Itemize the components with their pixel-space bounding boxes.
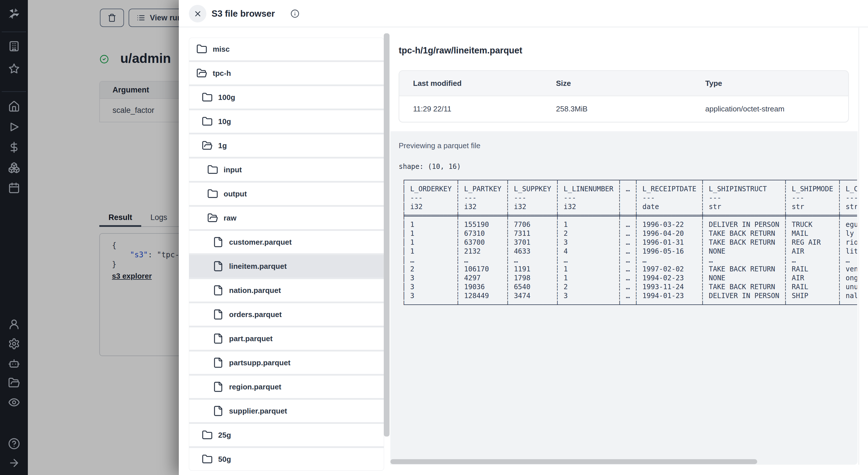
header-size: Size — [542, 71, 691, 96]
panel-scroll-gutter — [859, 28, 859, 465]
tree-item-label: lineitem.parquet — [229, 262, 287, 271]
arrow-right-icon[interactable] — [8, 457, 20, 469]
tree-item-25g[interactable]: 25g — [189, 424, 384, 446]
tree-item-supplier.parquet[interactable]: supplier.parquet — [189, 400, 384, 422]
tree-item-label: supplier.parquet — [229, 407, 287, 416]
file-icon — [213, 381, 224, 392]
file-details-value-row: 11:29 22/11 258.3MiB application/octet-s… — [399, 96, 848, 122]
preview-caption: Previewing a parquet file — [399, 141, 480, 150]
tree-item-label: 10g — [218, 117, 231, 126]
bot-icon[interactable] — [8, 357, 20, 369]
info-icon[interactable] — [290, 9, 299, 18]
file-icon — [213, 309, 224, 320]
tree-item-raw[interactable]: raw — [189, 207, 384, 229]
folder-icon — [202, 116, 213, 127]
folder-icon — [202, 92, 213, 103]
tree-item-label: orders.parquet — [229, 310, 282, 319]
folder-open-icon[interactable] — [8, 377, 20, 389]
tree-item-1g[interactable]: 1g — [189, 135, 384, 157]
tree-item-50g[interactable]: 50g — [189, 448, 384, 470]
tree-item-partsupp.parquet[interactable]: partsupp.parquet — [189, 352, 384, 374]
tree-item-region.parquet[interactable]: region.parquet — [189, 376, 384, 398]
tree-item-label: customer.parquet — [229, 238, 291, 247]
close-icon — [193, 9, 202, 18]
eye-icon[interactable] — [8, 396, 20, 408]
folder-icon — [207, 188, 218, 199]
file-icon — [213, 333, 224, 344]
tree-item-orders.parquet[interactable]: orders.parquet — [189, 303, 384, 326]
folder-open-icon — [207, 212, 218, 224]
drawer-header: S3 file browser — [179, 0, 868, 27]
value-last-modified: 11:29 22/11 — [399, 96, 542, 122]
app-sidebar — [0, 0, 28, 475]
folder-icon — [196, 43, 207, 55]
value-type: application/octet-stream — [691, 96, 846, 122]
tree-item-label: nation.parquet — [229, 286, 281, 295]
tree-item-part.parquet[interactable]: part.parquet — [189, 327, 384, 350]
settings-icon[interactable] — [8, 338, 20, 350]
calendar-icon[interactable] — [8, 182, 20, 194]
header-type: Type — [691, 71, 846, 96]
file-icon — [213, 285, 224, 296]
header-last-modified: Last modified — [399, 71, 542, 96]
file-details-table: Last modified Size Type 11:29 22/11 258.… — [399, 70, 849, 122]
tree-item-label: part.parquet — [229, 334, 273, 343]
tree-item-misc[interactable]: misc — [189, 38, 384, 60]
help-circle-icon[interactable] — [8, 438, 20, 450]
windmill-logo-icon[interactable] — [7, 7, 21, 21]
folder-icon — [202, 429, 213, 441]
folder-open-icon — [202, 140, 213, 151]
sidebar-divider — [2, 91, 26, 92]
tree-item-customer.parquet[interactable]: customer.parquet — [189, 231, 384, 253]
tree-item-10g[interactable]: 10g — [189, 110, 384, 133]
tree-item-label: raw — [224, 214, 237, 222]
file-icon — [213, 357, 224, 368]
sidebar-group-main — [0, 100, 28, 194]
tree-item-label: tpc-h — [213, 69, 231, 78]
drawer-title: S3 file browser — [212, 9, 275, 19]
folder-open-icon — [196, 68, 207, 79]
sidebar-divider — [2, 32, 26, 32]
tree-item-label: input — [224, 166, 242, 174]
dataframe-shape: shape: (10, 16) — [399, 162, 461, 171]
sidebar-group-lower — [0, 318, 28, 408]
file-icon — [213, 237, 224, 247]
building-icon[interactable] — [8, 40, 20, 52]
tree-item-100g[interactable]: 100g — [189, 86, 384, 109]
tree-item-label: region.parquet — [229, 383, 281, 391]
home-icon[interactable] — [8, 100, 20, 113]
file-icon — [213, 261, 224, 272]
parquet-preview-container: ┌────────────┬───────────┬───────────┬──… — [402, 176, 857, 314]
file-details-header-row: Last modified Size Type — [399, 71, 848, 96]
boxes-icon[interactable] — [8, 162, 20, 174]
play-icon[interactable] — [8, 121, 20, 133]
tree-item-label: 50g — [218, 455, 231, 464]
tree-item-label: 25g — [218, 431, 231, 440]
sidebar-group-footer — [0, 438, 28, 469]
sidebar-group-workspace — [0, 40, 28, 75]
tree-item-label: 1g — [218, 141, 227, 150]
tree-item-label: 100g — [218, 93, 235, 102]
tree-item-lineitem.parquet[interactable]: lineitem.parquet — [189, 255, 384, 277]
tree-item-tpc-h[interactable]: tpc-h — [189, 62, 384, 84]
preview-horizontal-scrollbar[interactable] — [391, 459, 757, 464]
tree-item-output[interactable]: output — [189, 183, 384, 205]
user-icon[interactable] — [8, 318, 20, 330]
dollar-icon[interactable] — [8, 141, 20, 153]
file-tree: misctpc-h100g10g1ginputoutputrawcustomer… — [189, 38, 384, 471]
folder-icon — [202, 454, 213, 465]
modal-overlay[interactable] — [28, 0, 179, 475]
file-path-title: tpc-h/1g/raw/lineitem.parquet — [399, 46, 522, 56]
tree-scrollbar[interactable] — [384, 33, 390, 437]
file-icon — [213, 406, 224, 416]
value-size: 258.3MiB — [542, 96, 691, 122]
tree-item-nation.parquet[interactable]: nation.parquet — [189, 279, 384, 301]
tree-item-label: output — [224, 189, 247, 199]
folder-icon — [207, 164, 218, 175]
tree-item-label: partsupp.parquet — [229, 358, 290, 367]
close-button[interactable] — [189, 5, 206, 22]
s3-file-browser-drawer: S3 file browser misctpc-h100g10g1ginputo… — [179, 0, 868, 475]
parquet-preview-table: ┌────────────┬───────────┬───────────┬──… — [402, 176, 857, 309]
star-icon[interactable] — [8, 63, 20, 75]
tree-item-input[interactable]: input — [189, 158, 384, 181]
